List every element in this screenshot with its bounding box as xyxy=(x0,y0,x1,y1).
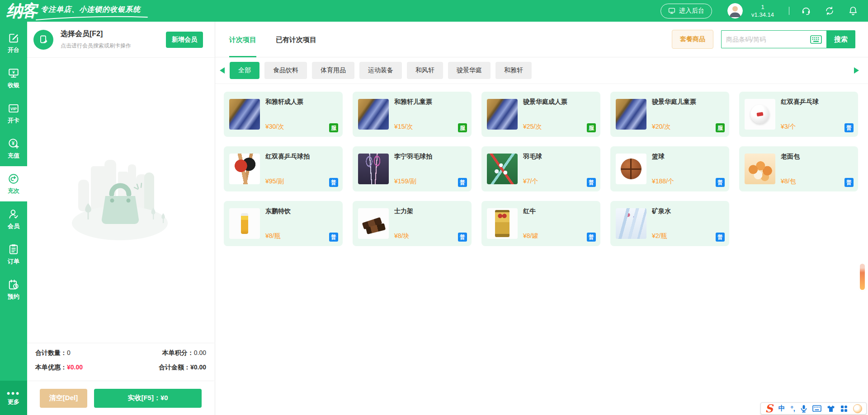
product-card[interactable]: 老面包 ¥8/包 普 xyxy=(739,146,858,191)
product-image xyxy=(487,99,518,130)
sidebar-item-more[interactable]: ••• 更多 xyxy=(0,381,27,415)
product-card[interactable]: 骏景华庭成人票 ¥25/次 服 xyxy=(481,92,600,137)
sidebar-item-recharge[interactable]: ¥ 充值 xyxy=(0,131,27,166)
ime-toolbox-icon[interactable] xyxy=(840,405,848,412)
vip-card-icon: VIP xyxy=(8,103,19,114)
ime-keyboard-icon[interactable] xyxy=(812,405,821,412)
member-cart-panel: 选择会员[F2] 点击进行会员搜索或刷卡操作 新增会员 xyxy=(27,22,215,415)
notification-bell-icon[interactable] xyxy=(848,6,858,16)
product-price: ¥3/个 xyxy=(781,123,796,131)
product-price: ¥30/次 xyxy=(265,123,284,131)
product-name: 骏景华庭儿童票 xyxy=(652,98,725,106)
ime-mic-icon[interactable] xyxy=(801,405,807,413)
product-card[interactable]: 篮球 ¥188/个 普 xyxy=(610,146,729,191)
left-sidebar: 开台 ¥ 收银 VIP 开卡 ¥ 充值 充次 会员 订单 预约 ••• 更多 xyxy=(0,22,27,415)
member-select-header: 选择会员[F2] 点击进行会员搜索或刷卡操作 新增会员 xyxy=(27,22,215,58)
category-hefengxuan[interactable]: 和风轩 xyxy=(407,62,443,79)
category-junjinghuating[interactable]: 骏景华庭 xyxy=(448,62,491,79)
category-sports-gear[interactable]: 运动装备 xyxy=(359,62,402,79)
svg-text:¥: ¥ xyxy=(12,70,15,75)
search-input[interactable] xyxy=(726,36,810,43)
product-card[interactable]: 红双喜乒乓球拍 ¥95/副 普 xyxy=(224,146,343,191)
product-card[interactable]: 矿泉水 ¥2/瓶 普 xyxy=(610,201,729,246)
product-price: ¥188/个 xyxy=(652,177,674,186)
keyboard-icon[interactable] xyxy=(810,35,822,44)
product-card[interactable]: 李宁羽毛球拍 ¥159/副 普 xyxy=(353,146,472,191)
category-heyaxuan[interactable]: 和雅轩 xyxy=(495,62,532,79)
sidebar-item-recharge-times[interactable]: 充次 xyxy=(0,166,27,201)
sidebar-item-orders[interactable]: 订单 xyxy=(0,237,27,272)
header-divider xyxy=(789,7,789,15)
customer-service-icon[interactable] xyxy=(801,6,811,16)
product-price: ¥2/瓶 xyxy=(652,232,667,240)
product-price: ¥8/瓶 xyxy=(265,232,280,240)
product-name: 李宁羽毛球拍 xyxy=(394,153,467,161)
avatar[interactable] xyxy=(727,3,743,19)
ime-language-toggle[interactable]: 中 xyxy=(778,404,785,413)
order-discount: 本单优惠：¥0.00 xyxy=(35,364,83,372)
product-price: ¥159/副 xyxy=(394,177,416,186)
sogou-logo-icon[interactable]: S xyxy=(765,403,773,414)
category-scroll-left-icon[interactable] xyxy=(220,67,225,74)
member-select-subtitle: 点击进行会员搜索或刷卡操作 xyxy=(61,42,131,50)
sidebar-label: 收银 xyxy=(8,81,19,89)
tab-existing-count-items[interactable]: 已有计次项目 xyxy=(276,22,316,57)
sidebar-item-members[interactable]: 会员 xyxy=(0,201,27,237)
sidebar-item-vip-card[interactable]: VIP 开卡 xyxy=(0,96,27,131)
category-scroll-right-icon[interactable] xyxy=(854,67,859,74)
top-header: 纳客 专注单店、小连锁的收银系统 进入后台 1 v1.34.14 xyxy=(0,0,868,22)
main-topbar: 计次项目 已有计次项目 套餐商品 搜索 xyxy=(215,22,868,57)
product-grid: 和雅轩成人票 ¥30/次 服 和雅轩儿童票 ¥15/次 服 骏景华庭成人票 ¥2… xyxy=(215,84,868,246)
enter-backend-button[interactable]: 进入后台 xyxy=(660,4,712,19)
product-price: ¥20/次 xyxy=(652,123,670,131)
member-select-area[interactable]: 选择会员[F2] 点击进行会员搜索或刷卡操作 xyxy=(61,29,131,50)
product-type-badge: 普 xyxy=(458,233,467,242)
svg-text:VIP: VIP xyxy=(10,106,17,111)
member-icon xyxy=(8,208,19,220)
product-type-badge: 服 xyxy=(587,123,596,132)
ime-skin-icon[interactable] xyxy=(827,405,835,412)
product-card[interactable]: 和雅轩成人票 ¥30/次 服 xyxy=(224,92,343,137)
add-member-button[interactable]: 新增会员 xyxy=(166,32,203,48)
product-type-badge: 服 xyxy=(329,123,338,132)
app-version: v1.34.14 xyxy=(748,11,777,19)
ime-mascot-icon[interactable] xyxy=(853,404,862,413)
ime-punctuation-toggle[interactable]: °, xyxy=(791,405,795,412)
member-card-icon[interactable] xyxy=(33,30,53,50)
product-name: 红牛 xyxy=(523,207,596,215)
sidebar-item-cashier[interactable]: ¥ 收银 xyxy=(0,61,27,96)
product-image xyxy=(487,154,518,184)
product-card[interactable]: 和雅轩儿童票 ¥15/次 服 xyxy=(353,92,472,137)
sidebar-label: 订单 xyxy=(8,257,19,266)
product-card[interactable]: 红牛 ¥8/罐 普 xyxy=(481,201,600,246)
category-bar: 全部 食品饮料 体育用品 运动装备 和风轩 骏景华庭 和雅轩 xyxy=(215,57,868,84)
sidebar-item-open-table[interactable]: 开台 xyxy=(0,25,27,61)
product-image xyxy=(358,154,389,184)
category-all[interactable]: 全部 xyxy=(230,62,259,79)
category-sports-goods[interactable]: 体育用品 xyxy=(312,62,354,79)
product-price: ¥8/块 xyxy=(394,232,409,240)
user-meta[interactable]: 1 v1.34.14 xyxy=(748,3,777,19)
search-button[interactable]: 搜索 xyxy=(826,30,855,48)
product-name: 老面包 xyxy=(781,153,854,161)
sidebar-item-reservation[interactable]: 预约 xyxy=(0,272,27,307)
product-card[interactable]: 骏景华庭儿童票 ¥20/次 服 xyxy=(610,92,729,137)
clear-button[interactable]: 清空[Del] xyxy=(40,389,87,408)
receive-payment-button[interactable]: 实收[F5]：¥0 xyxy=(94,389,202,408)
floating-helper-handle[interactable] xyxy=(860,264,865,290)
product-type-badge: 普 xyxy=(329,233,338,242)
product-price: ¥95/副 xyxy=(265,177,284,186)
product-card[interactable]: 红双喜乒乓球 ¥3/个 普 xyxy=(739,92,858,137)
category-food-drinks[interactable]: 食品饮料 xyxy=(264,62,307,79)
logo-swoosh-line xyxy=(35,15,148,21)
sync-icon[interactable] xyxy=(825,6,835,16)
product-type-badge: 普 xyxy=(716,178,725,187)
login-count: 1 xyxy=(748,3,777,11)
product-card[interactable]: 东鹏特饮 ¥8/瓶 普 xyxy=(224,201,343,246)
product-card[interactable]: 士力架 ¥8/块 普 xyxy=(353,201,472,246)
tab-count-items[interactable]: 计次项目 xyxy=(229,22,256,57)
product-image xyxy=(616,208,646,239)
combo-products-button[interactable]: 套餐商品 xyxy=(672,30,713,49)
product-card[interactable]: 羽毛球 ¥7/个 普 xyxy=(481,146,600,191)
product-type-badge: 服 xyxy=(458,123,467,132)
